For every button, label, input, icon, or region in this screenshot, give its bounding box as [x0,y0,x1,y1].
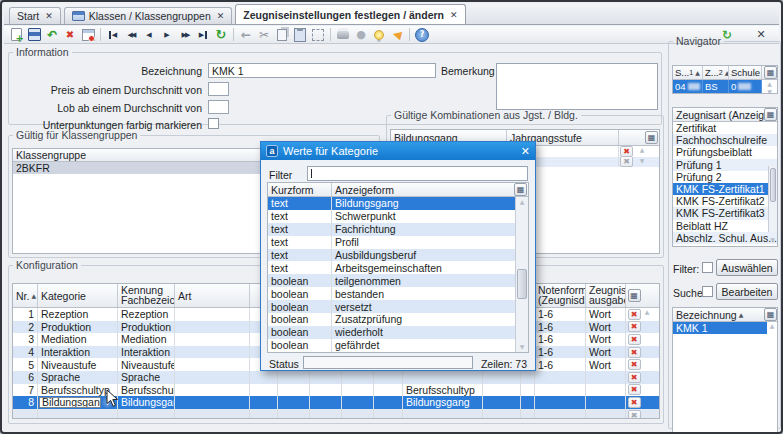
art-cell[interactable] [175,358,250,371]
scroll-down-icon[interactable] [636,157,648,168]
kennung-cell[interactable]: Sprache [118,371,175,384]
kurzform-cell[interactable]: text [268,223,332,236]
anzeigeform-cell[interactable]: Schwerpunkt [332,210,515,223]
cell[interactable] [521,409,535,419]
table-row[interactable]: booleanwiederholt [268,326,515,339]
tab-close-icon[interactable]: ✕ [217,11,225,21]
ausgabe-cell[interactable]: Wort [586,308,626,321]
bemerkung-textarea[interactable] [496,63,658,110]
cell[interactable] [118,409,175,419]
nav-prev-fast-icon[interactable] [122,27,140,42]
kategorie-cell[interactable]: Sprache [38,371,118,384]
list-item[interactable]: KMK FS-Zertifikat2 [673,195,777,207]
history-back-icon[interactable] [237,27,255,42]
dialog-titlebar[interactable]: a Werte für Kategorie ✕ [261,142,535,160]
notenformat-cell[interactable]: 1-6 [535,346,586,359]
cell[interactable]: 0 [729,80,762,93]
cell[interactable] [310,371,342,384]
dialog-close-icon[interactable]: ✕ [521,145,530,158]
kennung-cell[interactable]: Mediation [118,333,175,346]
kurzform-cell[interactable]: text [268,236,332,249]
nr-cell[interactable]: 2 [13,321,38,334]
ausgabe-cell[interactable]: Wort [586,358,626,371]
notenformat-cell[interactable] [535,384,586,397]
ausgabe-cell[interactable]: Wort [586,321,626,334]
delete-row-icon[interactable]: ✖ [628,347,641,358]
list-item[interactable]: Abschlz. Schul. Aus... [673,232,777,244]
anzeigeform-cell[interactable]: Zusatzprüfung [332,313,515,326]
cell[interactable] [521,371,535,384]
delete-row-icon[interactable]: ✖ [620,146,633,157]
kurzform-cell[interactable]: boolean [268,274,332,287]
column-header-bezeichnung[interactable]: Bezeichnung [673,308,764,321]
delete-row-icon[interactable]: ✖ [628,359,641,370]
cell[interactable] [342,384,374,397]
column-header-ausgabe[interactable]: Zeugnis- ausgabe [586,284,626,307]
column-header-art[interactable]: Art [175,284,250,307]
notenformat-cell[interactable]: 1-6 [535,308,586,321]
nr-cell[interactable]: 4 [13,346,38,359]
list-item[interactable]: Prüfung 2 [673,171,777,183]
cell[interactable] [175,409,250,419]
filter-checkbox[interactable] [702,262,713,273]
list-item[interactable]: KMK FS-Zertifikat3 [673,207,777,219]
save-icon[interactable] [25,27,43,42]
scroll-up-icon[interactable] [642,308,652,321]
list-item[interactable]: Prüfung 1 [673,159,777,171]
kategorie-cell[interactable]: Mediation [38,333,118,346]
table-row[interactable]: 6 Sprache Sprache ✖ [13,371,659,384]
nr-cell[interactable]: 7 [13,384,38,397]
lob-input[interactable] [208,100,229,114]
tab-start[interactable]: Start ✕ [9,7,61,24]
column-header-nr[interactable]: Nr. [13,284,38,307]
cell[interactable] [483,409,521,419]
cell[interactable] [13,409,38,419]
unterpunktungen-checkbox[interactable] [208,118,219,129]
cell[interactable] [483,396,521,409]
paste-icon[interactable] [291,27,309,42]
kurzform-cell[interactable]: text [268,197,332,210]
table-row[interactable]: textFachrichtung [268,223,515,236]
cell[interactable] [403,409,483,419]
cell[interactable] [310,384,342,397]
bezeichnung-input[interactable]: KMK 1 [208,63,436,78]
notenformat-cell[interactable]: 1-6 [535,321,586,334]
art-cell[interactable] [175,371,250,384]
cell[interactable] [586,409,626,419]
kurzform-cell[interactable]: boolean [268,300,332,313]
auswaehlen-button[interactable]: Auswählen [716,259,778,276]
cell[interactable]: BS [703,80,729,93]
nr-cell[interactable]: 6 [13,371,38,384]
table-options-icon[interactable] [764,108,777,121]
kategorie-cell[interactable]: Interaktion [38,346,118,359]
kurzform-cell[interactable]: text [268,249,332,262]
kennung-cell[interactable]: Produktion [118,321,175,334]
mark-selection-icon[interactable] [309,27,327,42]
cell[interactable] [374,371,403,384]
column-header-kennung[interactable]: Kennung Fachbezeichnung [118,284,175,307]
table-row[interactable]: booleangefährdet [268,339,515,352]
column-header[interactable]: S...1 [673,66,703,79]
cell[interactable] [374,396,403,409]
delete-row-icon[interactable]: ✖ [628,384,641,395]
kategorie-cell[interactable]: Produktion [38,321,118,334]
kennung-cell[interactable]: Bildungsgang [118,396,175,409]
scrollbar[interactable] [762,80,777,93]
cell[interactable] [483,371,521,384]
table-row-selected[interactable]: KMK 1 [673,322,777,334]
undo-icon[interactable] [43,27,61,42]
bearbeiten-button[interactable]: Bearbeiten [716,283,778,300]
list-item[interactable]: Zertifikat [673,122,777,134]
table-options-icon[interactable] [764,308,777,321]
table-row[interactable]: booleanversetzt [268,300,515,313]
table-options-icon[interactable] [645,131,658,144]
list-item[interactable]: Beiblatt HZ [673,220,777,232]
dialog-filter-input[interactable] [307,166,528,181]
kurzform-cell[interactable]: boolean [268,287,332,300]
name-cell[interactable]: Berufsschultyp [403,384,483,397]
table-options-icon[interactable] [514,183,527,196]
bezeichnung-cell[interactable]: KMK 1 [673,322,767,334]
export-icon[interactable] [352,27,370,42]
cell[interactable] [374,384,403,397]
anzeigeform-cell[interactable]: Ausbildungsberuf [332,249,515,262]
